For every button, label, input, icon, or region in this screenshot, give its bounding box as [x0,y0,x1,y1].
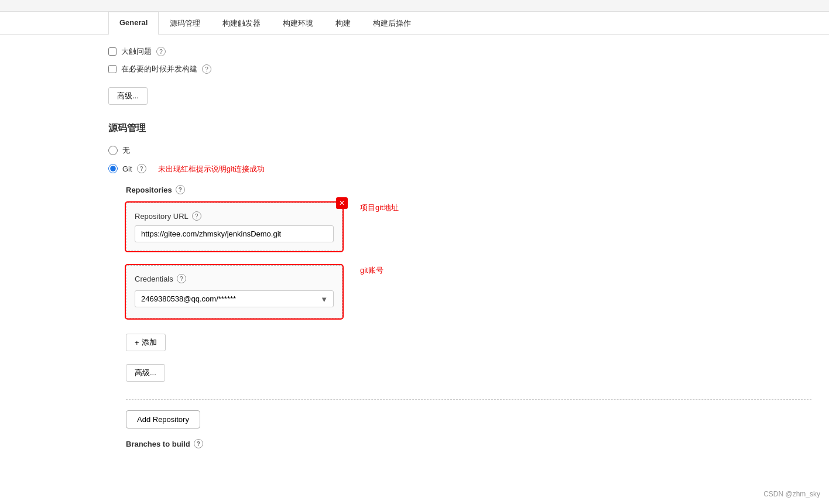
checkbox-row-1: 大触问题 ? [108,46,811,57]
advanced-button-2[interactable]: 高级... [126,364,165,382]
radio-none-label: 无 [122,145,130,156]
help-icon-repo-url[interactable]: ? [192,211,201,221]
checkbox-dachujian-label: 大触问题 [121,46,152,57]
add-btn-row: + 添加 [126,334,811,351]
credentials-field-label: Credentials ? [135,274,334,283]
help-icon-repositories[interactable]: ? [176,185,185,194]
repo-url-row: Repository URL ? ✕ 项目git地址 [126,203,811,257]
credentials-row: Credentials ? 2469380538@qq.com/****** ▼… [126,265,811,324]
radio-row-git-container: Git ? 未出现红框提示说明git连接成功 [108,164,811,174]
credentials-box: Credentials ? 2469380538@qq.com/****** ▼ [126,265,342,318]
branches-label: Branches to build ? [126,439,811,448]
checkbox-row-2: 在必要的时候并发构建 ? [108,64,811,74]
section-source-title: 源码管理 [108,122,811,135]
repositories-section: Repositories ? Repository URL ? ✕ 项目git地… [126,185,811,448]
help-icon-dachujian[interactable]: ? [156,47,166,56]
csdn-credit: CSDN @zhm_sky [763,490,820,498]
radio-group-scm: 无 Git ? 未出现红框提示说明git连接成功 [108,145,811,174]
bottom-section: Add Repository Branches to build ? [126,399,811,448]
tab-build[interactable]: 构建 [324,12,362,35]
repo-url-box: Repository URL ? ✕ [126,203,342,251]
tab-post[interactable]: 构建后操作 [362,12,422,35]
radio-git[interactable] [108,164,118,173]
add-btn-label: 添加 [142,337,157,348]
help-icon-concurrent[interactable]: ? [202,64,211,74]
tab-source[interactable]: 源码管理 [159,12,211,35]
credentials-select-wrapper: 2469380538@qq.com/****** ▼ [135,288,334,310]
radio-git-label: Git [122,164,132,173]
checkbox-concurrent[interactable] [108,65,117,73]
annotation-git: 未出现红框提示说明git连接成功 [158,164,265,174]
repositories-label: Repositories ? [126,185,811,194]
checkbox-concurrent-label: 在必要的时候并发构建 [121,64,197,74]
annotation-credentials: git账号 [360,265,383,276]
checkbox-dachujian[interactable] [108,47,117,56]
repo-url-field-label: Repository URL ? [135,211,334,221]
help-icon-branches[interactable]: ? [194,439,203,448]
tab-general[interactable]: General [108,12,159,35]
add-credentials-button[interactable]: + 添加 [126,334,166,351]
close-repo-button[interactable]: ✕ [336,197,348,209]
radio-none[interactable] [108,146,118,155]
add-repository-button[interactable]: Add Repository [126,410,200,428]
help-icon-credentials[interactable]: ? [177,274,186,283]
tab-trigger[interactable]: 构建触发器 [211,12,272,35]
advanced-btn-2-row: 高级... [126,358,811,382]
radio-row-git: Git ? [108,164,146,173]
annotation-url: 项目git地址 [360,203,399,213]
tab-env[interactable]: 构建环境 [272,12,324,35]
help-icon-git[interactable]: ? [137,164,146,173]
radio-row-none: 无 [108,145,811,156]
add-icon: + [135,338,139,347]
top-bar [0,0,829,12]
advanced-button-1[interactable]: 高级... [108,87,148,105]
repo-url-input[interactable] [135,225,334,242]
tab-bar: General 源码管理 构建触发器 构建环境 构建 构建后操作 [0,12,829,35]
credentials-select[interactable]: 2469380538@qq.com/****** [135,290,334,307]
